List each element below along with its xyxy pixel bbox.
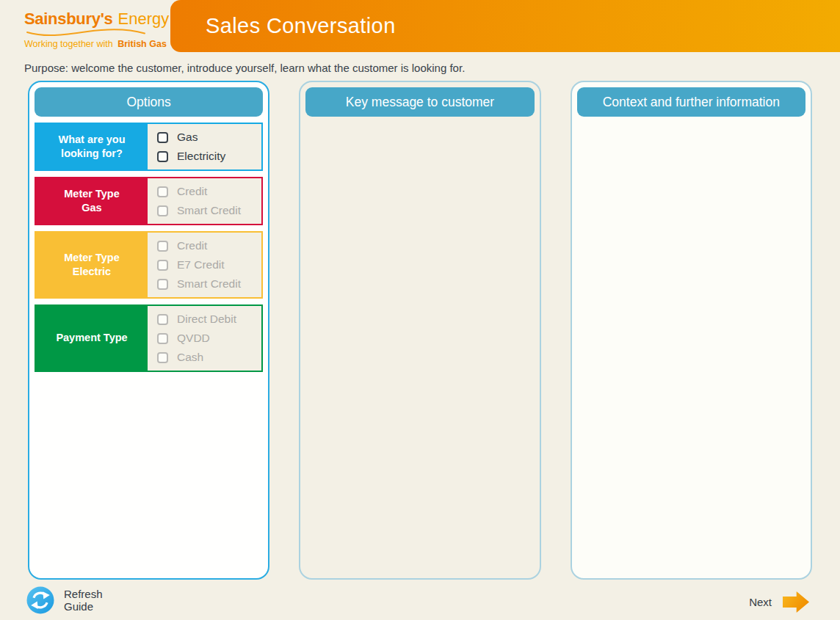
option-item-gas[interactable]: Gas bbox=[157, 128, 261, 147]
checkbox-cash[interactable] bbox=[157, 352, 168, 363]
refresh-guide-label: Refresh Guide bbox=[64, 588, 103, 613]
option-item-qvdd[interactable]: QVDD bbox=[157, 329, 261, 348]
sainsburys-energy-logo: Sainsbury'sEnergy Working together with … bbox=[24, 10, 169, 49]
checkbox-credit[interactable] bbox=[157, 186, 168, 197]
options-row-what-are-you: What are you looking for? Gas Electricit… bbox=[35, 123, 263, 171]
options-rows: What are you looking for? Gas Electricit… bbox=[35, 123, 263, 372]
option-item-credit[interactable]: Credit bbox=[157, 236, 261, 255]
options-row-label: Meter Type Electric bbox=[36, 233, 148, 297]
option-item-electricity[interactable]: Electricity bbox=[157, 147, 261, 166]
logo-wordmark: Sainsbury'sEnergy bbox=[24, 10, 169, 29]
option-item-direct-debit[interactable]: Direct Debit bbox=[157, 310, 261, 329]
option-label: Gas bbox=[177, 131, 198, 144]
option-item-smart-credit[interactable]: Smart Credit bbox=[157, 201, 261, 220]
page-header-bar: Sales Conversation bbox=[170, 0, 840, 52]
options-row-choices: Direct Debit QVDD Cash bbox=[148, 306, 261, 371]
option-label: Direct Debit bbox=[177, 313, 236, 326]
option-item-smart-credit[interactable]: Smart Credit bbox=[157, 274, 261, 293]
checkbox-direct-debit[interactable] bbox=[157, 314, 168, 325]
option-label: Credit bbox=[177, 185, 207, 198]
options-row-meter-type: Meter Type Gas Credit Smart Credit bbox=[35, 177, 263, 225]
option-item-credit[interactable]: Credit bbox=[157, 182, 261, 201]
option-label: Smart Credit bbox=[177, 204, 241, 217]
option-label: E7 Credit bbox=[177, 258, 225, 271]
checkbox-smart-credit[interactable] bbox=[157, 279, 168, 290]
checkbox-e7-credit[interactable] bbox=[157, 260, 168, 271]
options-row-choices: Gas Electricity bbox=[148, 124, 261, 169]
checkbox-credit[interactable] bbox=[157, 241, 168, 252]
next-button[interactable]: Next bbox=[749, 591, 809, 613]
option-label: Cash bbox=[177, 351, 203, 364]
logo-tagline: Working together with British Gas bbox=[24, 39, 169, 49]
option-label: Smart Credit bbox=[177, 277, 241, 291]
checkbox-gas[interactable] bbox=[157, 132, 168, 143]
checkbox-electricity[interactable] bbox=[157, 151, 168, 162]
refresh-icon[interactable] bbox=[26, 586, 54, 614]
panels-container: Options What are you looking for? Gas El… bbox=[28, 81, 812, 580]
option-item-e7-credit[interactable]: E7 Credit bbox=[157, 255, 261, 274]
page-title: Sales Conversation bbox=[170, 14, 396, 38]
options-row-label: Payment Type bbox=[36, 306, 148, 371]
refresh-guide-button[interactable]: Refresh Guide bbox=[26, 586, 103, 614]
panel-context-header: Context and further information bbox=[577, 87, 805, 117]
panel-key-message-header: Key message to customer bbox=[305, 87, 534, 117]
options-row-payment-type: Payment Type Direct Debit QVDD Cash bbox=[35, 304, 263, 372]
option-label: QVDD bbox=[177, 332, 210, 345]
option-label: Credit bbox=[177, 239, 207, 252]
logo-product-text: Energy bbox=[118, 10, 170, 28]
purpose-text: Purpose: welcome the customer, introduce… bbox=[24, 62, 465, 74]
panel-key-message: Key message to customer bbox=[299, 81, 540, 580]
options-row-choices: Credit Smart Credit bbox=[148, 178, 261, 224]
next-arrow-icon[interactable] bbox=[783, 591, 809, 613]
options-row-choices: Credit E7 Credit Smart Credit bbox=[148, 233, 261, 297]
next-label: Next bbox=[749, 596, 772, 608]
panel-options: Options What are you looking for? Gas El… bbox=[28, 81, 269, 580]
options-row-label: What are you looking for? bbox=[36, 124, 148, 169]
panel-context: Context and further information bbox=[571, 81, 812, 580]
checkbox-smart-credit[interactable] bbox=[157, 205, 168, 216]
tagline-british-gas-text: British Gas bbox=[117, 39, 167, 49]
panel-options-header: Options bbox=[35, 87, 263, 117]
checkbox-qvdd[interactable] bbox=[157, 333, 168, 344]
tagline-prefix-text: Working together with bbox=[24, 39, 113, 49]
option-item-cash[interactable]: Cash bbox=[157, 348, 261, 367]
options-row-label: Meter Type Gas bbox=[36, 178, 148, 224]
option-label: Electricity bbox=[177, 150, 225, 163]
logo-brand-text: Sainsbury's bbox=[24, 10, 113, 28]
options-row-meter-type: Meter Type Electric Credit E7 Credit Sma… bbox=[35, 231, 263, 299]
